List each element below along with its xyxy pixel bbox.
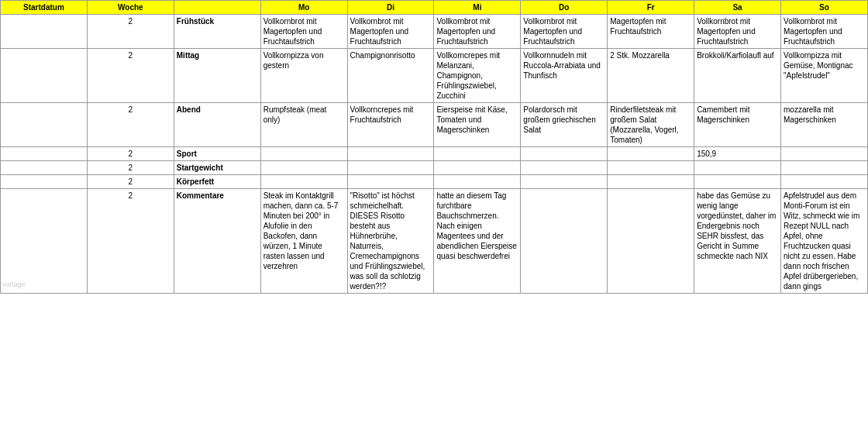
cell-di-fruehstueck: Vollkornbrot mit Magertopfen und Fruchta… <box>347 15 434 49</box>
cell-so-abend: mozzarella mit Magerschinken <box>781 103 868 147</box>
cell-mi-mittag: Vollkorncrepes mit Melanzani, Champignon… <box>434 49 521 103</box>
cell-di-startgewicht <box>347 161 434 175</box>
header-mo: Mo <box>260 1 347 15</box>
cell-so-sport <box>781 147 868 161</box>
cell-label-mittag: Mittag <box>174 49 260 103</box>
cell-do-fruehstueck: Vollkornbrot mit Magertopfen und Fruchta… <box>521 15 608 49</box>
cell-di-mittag: Champignonrisotto <box>347 49 434 103</box>
cell-woche-koerperfett: 2 <box>87 175 174 189</box>
cell-woche-sport: 2 <box>87 147 174 161</box>
table-row: 2 Sport 150,9 <box>1 147 868 161</box>
cell-mo-mittag: Vollkornpizza von gestern <box>260 49 347 103</box>
cell-sa-abend: Camembert mit Magerschinken <box>694 103 781 147</box>
cell-sa-kommentare: habe das Gemüse zu wenig lange vorgedüns… <box>694 189 781 294</box>
cell-sa-startgewicht <box>694 161 781 175</box>
cell-woche-fruehstueck: 2 <box>87 15 174 49</box>
cell-fr-startgewicht <box>608 161 694 175</box>
cell-startdatum-kommentare: vorlage <box>1 189 88 294</box>
header-do: Do <box>521 1 608 15</box>
table-row: 2 Körperfett <box>1 175 868 189</box>
cell-do-mittag: Vollkornnudeln mit Ruccola-Arrabiata und… <box>521 49 608 103</box>
table-row: 2 Mittag Vollkornpizza von gestern Champ… <box>1 49 868 103</box>
header-label <box>174 1 260 15</box>
cell-sa-koerperfett <box>694 175 781 189</box>
cell-sa-sport: 150,9 <box>694 147 781 161</box>
table-header: Startdatum Woche Mo Di Mi Do Fr Sa So <box>1 1 868 15</box>
cell-do-koerperfett <box>521 175 608 189</box>
cell-mi-fruehstueck: Vollkornbrot mit Magertopfen und Fruchta… <box>434 15 521 49</box>
header-so: So <box>781 1 868 15</box>
cell-mo-sport <box>260 147 347 161</box>
cell-mi-startgewicht <box>434 161 521 175</box>
header-fr: Fr <box>608 1 694 15</box>
cell-label-kommentare: Kommentare <box>174 189 260 294</box>
cell-mo-fruehstueck: Vollkornbrot mit Magertopfen und Fruchta… <box>260 15 347 49</box>
cell-fr-fruehstueck: Magertopfen mit Fruchtaufstrich <box>608 15 694 49</box>
cell-label-fruehstueck: Frühstück <box>174 15 260 49</box>
cell-do-abend: Polardorsch mit großem griechischen Sala… <box>521 103 608 147</box>
header-mi: Mi <box>434 1 521 15</box>
table-row: 2 Frühstück Vollkornbrot mit Magertopfen… <box>1 15 868 49</box>
cell-startdatum-abend <box>1 103 88 147</box>
cell-startdatum-sport <box>1 147 88 161</box>
cell-woche-abend: 2 <box>87 103 174 147</box>
header-sa: Sa <box>694 1 781 15</box>
cell-fr-sport <box>608 147 694 161</box>
table-row: vorlage 2 Kommentare Steak im Kontaktgri… <box>1 189 868 294</box>
cell-fr-kommentare <box>608 189 694 294</box>
cell-do-kommentare <box>521 189 608 294</box>
cell-startdatum-mittag <box>1 49 88 103</box>
header-di: Di <box>347 1 434 15</box>
cell-di-abend: Vollkorncrepes mit Fruchtaufstrich <box>347 103 434 147</box>
header-woche: Woche <box>87 1 174 15</box>
cell-woche-startgewicht: 2 <box>87 161 174 175</box>
cell-so-startgewicht <box>781 161 868 175</box>
cell-label-startgewicht: Startgewicht <box>174 161 260 175</box>
cell-mi-abend: Eierspeise mit Käse, Tomaten und Magersc… <box>434 103 521 147</box>
cell-label-abend: Abend <box>174 103 260 147</box>
cell-woche-kommentare: 2 <box>87 189 174 294</box>
cell-fr-mittag: 2 Stk. Mozzarella <box>608 49 694 103</box>
cell-woche-mittag: 2 <box>87 49 174 103</box>
cell-sa-mittag: Brokkoli/Karfiolaufl auf <box>694 49 781 103</box>
table-row: 2 Startgewicht <box>1 161 868 175</box>
cell-label-koerperfett: Körperfett <box>174 175 260 189</box>
cell-mo-koerperfett <box>260 175 347 189</box>
table-row: 2 Abend Rumpfsteak (meat only) Vollkornc… <box>1 103 868 147</box>
cell-mo-abend: Rumpfsteak (meat only) <box>260 103 347 147</box>
cell-di-koerperfett <box>347 175 434 189</box>
cell-mi-kommentare: hatte an diesem Tag furchtbare Bauchschm… <box>434 189 521 294</box>
header-startdatum: Startdatum <box>1 1 88 15</box>
cell-di-sport <box>347 147 434 161</box>
cell-mo-startgewicht <box>260 161 347 175</box>
cell-startdatum-startgewicht <box>1 161 88 175</box>
cell-so-fruehstueck: Vollkornbrot mit Magertopfen und Fruchta… <box>781 15 868 49</box>
cell-so-koerperfett <box>781 175 868 189</box>
cell-do-sport <box>521 147 608 161</box>
cell-mi-sport <box>434 147 521 161</box>
cell-label-sport: Sport <box>174 147 260 161</box>
cell-so-mittag: Vollkornpizza mit Gemüse, Montignac "Apf… <box>781 49 868 103</box>
cell-fr-koerperfett <box>608 175 694 189</box>
cell-so-kommentare: Apfelstrudel aus dem Monti-Forum ist ein… <box>781 189 868 294</box>
cell-do-startgewicht <box>521 161 608 175</box>
cell-di-kommentare: "Risotto" ist höchst schmeichelhaft. DIE… <box>347 189 434 294</box>
cell-mo-kommentare: Steak im Kontaktgrill machen, dann ca. 5… <box>260 189 347 294</box>
cell-sa-fruehstueck: Vollkornbrot mit Magertopfen und Fruchta… <box>694 15 781 49</box>
cell-mi-koerperfett <box>434 175 521 189</box>
cell-startdatum-koerperfett <box>1 175 88 189</box>
cell-startdatum-fruehstueck <box>1 15 88 49</box>
cell-fr-abend: Rinderfiletsteak mit großem Salat (Mozza… <box>608 103 694 147</box>
